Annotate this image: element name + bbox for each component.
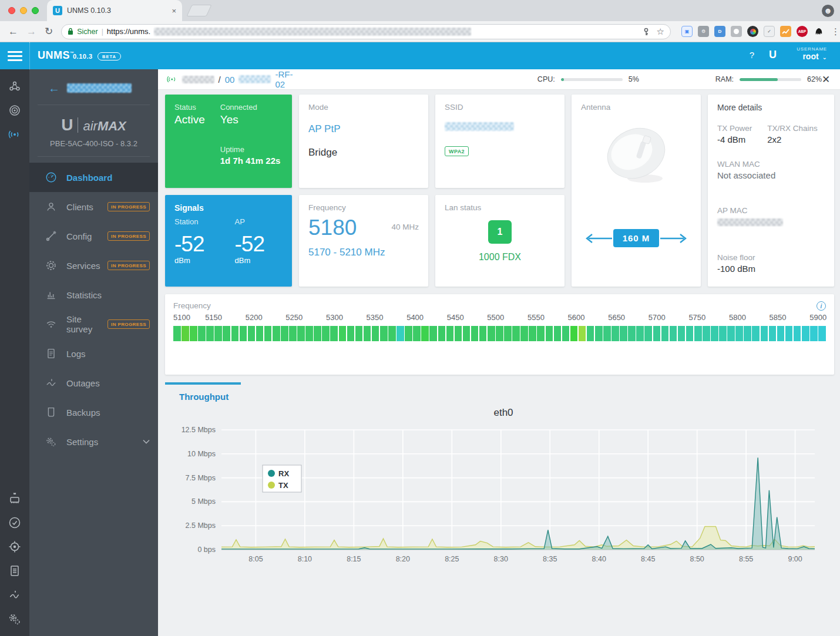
svg-text:7.5 Mbps: 7.5 Mbps	[186, 474, 216, 482]
forward-button[interactable]: →	[26, 26, 36, 38]
reload-button[interactable]: ↻	[45, 25, 53, 38]
wlan-mac-label: WLAN MAC	[717, 160, 825, 169]
url-separator: |	[102, 28, 103, 36]
uptime-label: Uptime	[220, 145, 281, 154]
spectrum-segment	[231, 326, 239, 341]
discover-icon[interactable]	[8, 540, 22, 554]
back-button[interactable]: ←	[8, 26, 18, 38]
throughput-chart: eth08:058:108:158:208:258:308:358:408:45…	[165, 404, 834, 578]
ext-app-window-icon[interactable]: ▣	[681, 26, 693, 37]
sidebar-item-settings[interactable]: Settings	[29, 427, 158, 456]
sidebar-item-logs[interactable]: Logs	[29, 339, 158, 368]
ap-label: AP	[234, 217, 264, 226]
browser-profile-avatar[interactable]: ☻	[822, 5, 834, 17]
user-menu[interactable]: USERNAME root⌄	[797, 46, 827, 61]
ext-color-picker-icon[interactable]	[747, 26, 758, 37]
spectrum-segment	[240, 326, 247, 341]
ram-percent: 62%	[807, 75, 822, 83]
in-progress-badge: IN PROGRESS	[107, 202, 150, 211]
ubiquiti-logo[interactable]: U	[769, 49, 777, 61]
maximize-window-button[interactable]	[32, 7, 39, 14]
sites-icon[interactable]	[8, 79, 22, 93]
sidebar-item-config[interactable]: ConfigIN PROGRESS	[29, 221, 158, 251]
spectrum-label: Frequency	[173, 301, 211, 311]
settings-rail-icon[interactable]	[7, 612, 22, 626]
logs-rail-icon[interactable]	[8, 564, 22, 578]
arrow-left-icon	[584, 232, 613, 245]
outages-rail-icon[interactable]	[8, 588, 22, 602]
sidebar-item-label: Outages	[66, 378, 150, 388]
frequency-spectrum-panel: Frequency i 5100515052005250530053505400…	[165, 294, 834, 375]
address-bar[interactable]: Sicher | https://unms. ☆	[61, 24, 671, 39]
ap-signal-unit: dBm	[234, 256, 264, 265]
spectrum-segment	[785, 326, 793, 341]
tab-throughput[interactable]: Throughput	[179, 392, 834, 402]
help-button[interactable]: ?	[750, 50, 754, 60]
ssid-value-blur	[445, 122, 514, 131]
antenna-card: Antenna 160	[572, 95, 701, 287]
wlan-mac-value: Not associated	[717, 170, 825, 180]
eth0-chart-svg: eth08:058:108:158:208:258:308:358:408:45…	[165, 404, 840, 576]
spectrum-segment	[173, 326, 181, 341]
spectrum-segment	[678, 326, 686, 341]
sidebar-item-services[interactable]: ServicesIN PROGRESS	[29, 251, 158, 280]
close-window-button[interactable]	[8, 7, 15, 14]
endpoints-icon[interactable]	[8, 103, 22, 117]
airmax-logo: U airMAX PBE-5AC-400-ISO - 8.3.2	[29, 105, 158, 156]
info-icon[interactable]: i	[817, 301, 826, 311]
sidebar-item-outages[interactable]: Outages	[29, 368, 158, 398]
spectrum-segment	[512, 326, 520, 341]
ext-ninja-icon[interactable]	[813, 26, 824, 37]
firmware-icon[interactable]	[8, 492, 22, 506]
chains-label: TX/RX Chains	[767, 124, 818, 133]
ext-analytics-icon[interactable]	[780, 26, 791, 37]
sidebar-item-clients[interactable]: ClientsIN PROGRESS	[29, 192, 158, 221]
ext-tag-icon[interactable]: D	[714, 26, 725, 37]
wireless-devices-icon[interactable]	[7, 127, 22, 142]
logs-icon	[45, 347, 58, 360]
cpu-progress	[561, 78, 564, 81]
spectrum-segment	[711, 326, 718, 341]
spectrum-tick-label: 5250	[285, 313, 303, 322]
spectrum-segment	[347, 326, 355, 341]
spectrum-segment	[488, 326, 495, 341]
spectrum-segment	[620, 326, 627, 341]
sidebar-item-statistics[interactable]: Statistics	[29, 280, 158, 309]
spectrum-segment	[397, 326, 404, 341]
spectrum-segment	[405, 326, 412, 341]
spectrum-bar[interactable]	[173, 326, 826, 341]
ext-adblock-plus-icon[interactable]: ABP	[797, 26, 808, 37]
browser-menu-icon[interactable]: ⋮	[831, 26, 840, 37]
spectrum-segment	[802, 326, 809, 341]
minimize-window-button[interactable]	[20, 7, 27, 14]
ext-screenshot-icon[interactable]	[731, 26, 742, 37]
backups-icon	[45, 406, 58, 419]
spectrum-segment	[546, 326, 553, 341]
tasks-icon[interactable]	[8, 516, 22, 530]
password-key-icon[interactable]	[643, 28, 650, 36]
spectrum-segment	[644, 326, 652, 341]
close-device-panel-button[interactable]: ✕	[822, 73, 830, 86]
sidebar-item-dashboard[interactable]: Dashboard	[29, 163, 158, 192]
tab-close-icon[interactable]: ×	[172, 6, 176, 15]
svg-text:8:10: 8:10	[298, 555, 312, 563]
lan-status-card: Lan status 1 1000 FDX	[435, 195, 565, 287]
sidebar-item-backups[interactable]: Backups	[29, 398, 158, 427]
spectrum-tick-label: 5100	[173, 313, 190, 322]
frequency-value: 5180	[308, 217, 357, 238]
ext-mail-check-icon[interactable]: ✓	[764, 26, 775, 37]
ext-gear-icon[interactable]: ⚙	[698, 26, 709, 37]
unms-favicon: U	[53, 6, 62, 15]
back-to-site[interactable]: ←	[29, 69, 158, 105]
spectrum-segment	[529, 326, 536, 341]
frequency-card: Frequency 5180 40 MHz 5170 - 5210 MHz	[299, 195, 428, 287]
in-progress-badge: IN PROGRESS	[107, 261, 150, 270]
bookmark-star-icon[interactable]: ☆	[657, 26, 664, 37]
new-tab-button[interactable]	[186, 5, 211, 16]
antenna-label: Antenna	[581, 103, 691, 112]
browser-tab[interactable]: U UNMS 0.10.3 ×	[47, 0, 182, 21]
sidebar-menu: DashboardClientsIN PROGRESSConfigIN PROG…	[29, 163, 158, 456]
frequency-range: 5170 - 5210 MHz	[308, 247, 419, 258]
hamburger-menu-icon[interactable]	[8, 51, 22, 63]
sidebar-item-site-survey[interactable]: Site surveyIN PROGRESS	[29, 309, 158, 339]
